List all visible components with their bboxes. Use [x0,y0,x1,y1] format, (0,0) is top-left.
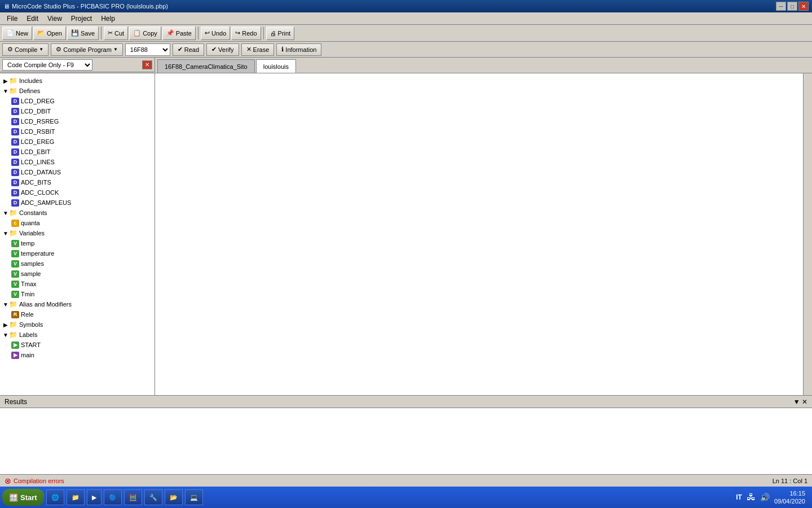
tree-item[interactable]: cquanta [0,218,155,228]
menu-bar: File Edit View Project Help [0,12,812,25]
redo-button[interactable]: ↪ Redo [231,27,261,40]
toolbar: 📄 New 📂 Open 💾 Save ✂ Cut 📋 Copy 📌 Paste… [0,25,812,42]
tree-item[interactable]: ▶main [0,350,155,360]
redo-label: Redo [242,30,257,37]
undo-button[interactable]: ↩ Undo [201,27,230,40]
maximize-button[interactable]: □ [787,2,797,11]
right-scrollbar[interactable] [803,73,812,395]
tree-item[interactable]: ▼📁Alias and Modifiers [0,299,155,309]
minimize-button[interactable]: ─ [776,2,786,11]
results-controls: ▼ ✕ [793,398,807,406]
erase-button[interactable]: ✕ Erase [241,43,275,56]
compile-program-icon: ⚙ [56,46,61,53]
compile-button[interactable]: ⚙ Compile ▼ [2,43,48,56]
chrome-icon: 🔵 [109,494,117,501]
open-button[interactable]: 📂 Open [33,27,66,40]
new-button[interactable]: 📄 New [2,27,32,40]
tree-item[interactable]: DLCD_EBIT [0,147,155,157]
tree-item[interactable]: VTmin [0,289,155,299]
compile-program-button[interactable]: ⚙ Compile Program ▼ [51,43,123,56]
tree-item[interactable]: ▼📁Defines [0,86,155,96]
tree-item[interactable]: ▶📁Symbols [0,319,155,330]
tree-item[interactable]: DADC_SAMPLEUS [0,198,155,208]
print-button[interactable]: 🖨 Print [266,27,295,40]
save-button[interactable]: 💾 Save [67,27,99,40]
tree-item[interactable]: ▶START [0,340,155,350]
status-error-text: Compilation errors [14,478,64,484]
cut-button[interactable]: ✂ Cut [104,27,128,40]
tree-item[interactable]: VTmax [0,279,155,289]
panel-close-button[interactable]: ✕ [142,60,152,69]
tree-item[interactable]: ▼📁Labels [0,330,155,340]
menu-project[interactable]: Project [67,14,96,24]
results-header: Results ▼ ✕ [0,396,812,408]
start-button[interactable]: 🪟 Start [2,489,44,506]
compile-arrow: ▼ [39,47,43,52]
app-icon: 🖥 [3,3,10,10]
chip-select[interactable]: 16F88 16F877A 16F628A [125,43,170,56]
taskbar-folder[interactable]: 📂 [165,489,183,505]
taskbar-media[interactable]: ▶ [87,489,102,505]
code-content [155,73,803,97]
copy-button[interactable]: 📋 Copy [129,27,161,40]
start-icon: 🪟 [9,493,18,502]
taskbar-tray: IT 🖧 🔊 16:15 09/04/2020 [731,489,810,505]
status-bar: ⊗ Compilation errors Ln 11 : Col 1 [0,474,812,487]
left-panel-header: Code Compile Only - F9 ✕ [0,58,155,72]
read-button[interactable]: ✔ Read [173,43,204,56]
menu-file[interactable]: File [2,14,22,24]
tree-item[interactable]: DLCD_LINES [0,157,155,167]
tree-item[interactable]: DLCD_RSREG [0,116,155,126]
tab-16f88-camera-label: 16F88_CameraClimatica_Sito [165,63,248,70]
tab-16f88-camera[interactable]: 16F88_CameraClimatica_Sito [157,59,255,73]
tree-item[interactable]: ▼📁Constants [0,208,155,218]
app2-icon: 💻 [190,494,198,501]
compile-label: Compile [15,46,37,53]
tree-item[interactable]: Vtemperature [0,248,155,259]
panel-dropdown[interactable]: Code Compile Only - F9 [2,59,92,71]
verify-button[interactable]: ✔ Verify [206,43,239,56]
explorer-icon: 📁 [72,494,80,501]
menu-view[interactable]: View [43,14,67,24]
taskbar-app1[interactable]: 🔧 [144,489,162,505]
clock-date: 09/04/2020 [774,497,805,505]
title-text: MicroCode Studio Plus - PICBASIC PRO (lo… [12,3,168,10]
tree-item[interactable]: DLCD_RSBIT [0,126,155,137]
code-area[interactable] [155,73,803,395]
tree-item[interactable]: Vsample [0,269,155,279]
menu-help[interactable]: Help [96,14,120,24]
tree-item[interactable]: ▶📁Includes [0,76,155,86]
taskbar-chrome[interactable]: 🔵 [104,489,122,505]
tree-item[interactable]: DLCD_DBIT [0,106,155,116]
title-bar: 🖥 MicroCode Studio Plus - PICBASIC PRO (… [0,0,812,12]
tree-item[interactable]: DLCD_EREG [0,137,155,147]
tree-container: ▶📁Includes▼📁DefinesDLCD_DREGDLCD_DBITDLC… [0,73,155,362]
read-icon: ✔ [178,46,183,53]
menu-edit[interactable]: Edit [22,14,43,24]
tree-item[interactable]: DLCD_DREG [0,96,155,106]
tree-item[interactable]: DADC_CLOCK [0,187,155,198]
information-button[interactable]: ℹ Information [276,43,321,56]
separator-1 [101,27,102,40]
tree-item[interactable]: Vsamples [0,259,155,269]
paste-icon: 📌 [166,29,174,37]
taskbar-app2[interactable]: 💻 [185,489,203,505]
taskbar-explorer[interactable]: 📁 [67,489,85,505]
toolbar2: ⚙ Compile ▼ ⚙ Compile Program ▼ 16F88 16… [0,42,812,58]
paste-label: Paste [176,30,192,37]
close-button[interactable]: ✕ [798,2,809,11]
copy-icon: 📋 [133,29,141,37]
tree-item[interactable]: Vtemp [0,238,155,248]
tab-container: 16F88_CameraClimatica_Sito louislouis [155,58,297,73]
paste-button[interactable]: 📌 Paste [162,27,196,40]
taskbar-calc[interactable]: 🧮 [124,489,142,505]
tree-item[interactable]: DADC_BITS [0,177,155,187]
tab-louislouis[interactable]: louislouis [256,59,296,73]
tree-item[interactable]: DLCD_DATAUS [0,167,155,177]
results-panel: Results ▼ ✕ [0,395,812,474]
tree-item[interactable]: RRele [0,309,155,319]
tree-item[interactable]: ▼📁Variables [0,228,155,238]
taskbar-folder-icon: 📂 [170,494,178,501]
taskbar-ie[interactable]: 🌐 [46,489,64,505]
volume-icon: 🔊 [760,493,770,502]
